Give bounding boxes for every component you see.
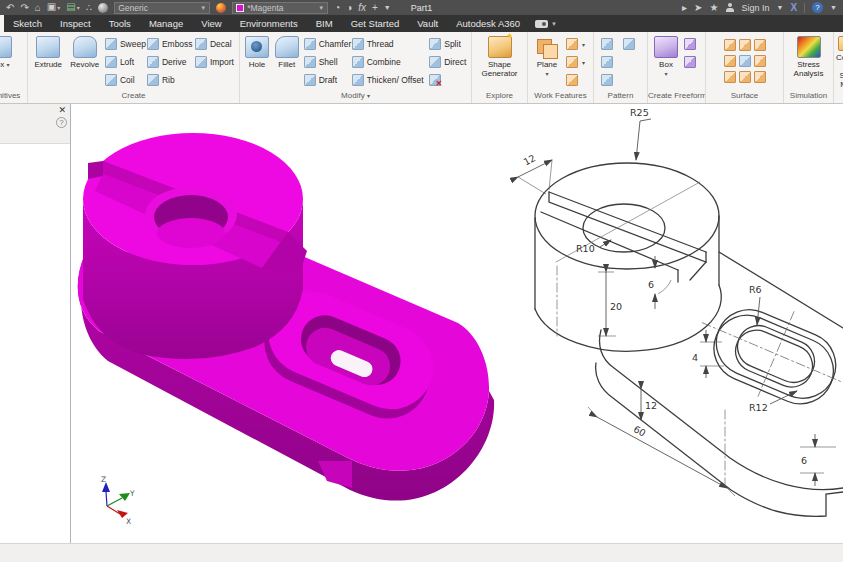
group-label-pattern[interactable]: Pattern (594, 90, 647, 103)
tab-bim[interactable]: BIM (307, 15, 342, 32)
chevron-right-icon[interactable]: ▸ (682, 3, 687, 13)
sign-in-button[interactable]: Sign In (741, 3, 769, 13)
group-label-simulation[interactable]: Simulation (784, 90, 833, 103)
help-icon[interactable]: ? (812, 2, 823, 13)
thicken-offset-button[interactable]: Thicken/ Offset (350, 71, 428, 89)
stitch-icon[interactable] (724, 39, 736, 51)
delete-surface-icon[interactable] (739, 71, 751, 83)
screencast-button[interactable]: ▼ (535, 20, 557, 28)
material-dropdown[interactable]: Generic ▼ (114, 2, 210, 14)
titlebar-right: ▸ ➤ ★ Sign In ▼ X ? ▼ (682, 0, 837, 15)
extrude-button[interactable]: Extrude (30, 34, 66, 89)
render-icon[interactable]: ▣▾ (47, 2, 60, 13)
split-button[interactable]: Split (427, 35, 469, 53)
rectangular-pattern-button[interactable] (599, 35, 621, 53)
group-label-modify[interactable]: Modify ▾ (240, 90, 471, 103)
tab-get-started[interactable]: Get Started (342, 15, 409, 32)
triad-y-label: Y (129, 489, 135, 498)
thread-button[interactable]: Thread (350, 35, 428, 53)
loft-button[interactable]: Loft (103, 53, 145, 71)
fillet-button[interactable]: Fillet (272, 34, 302, 89)
direct-icon (429, 56, 441, 68)
group-label-create[interactable]: Create (28, 90, 239, 103)
ucs-button[interactable] (564, 71, 590, 89)
parameters-fx-icon[interactable]: fx (358, 3, 366, 13)
circular-pattern-button[interactable] (599, 53, 621, 71)
viewport[interactable]: R25 12 R10 20 6 R6 4 12 R12 60 6 (0, 104, 843, 543)
magenta-part-model[interactable] (78, 133, 494, 501)
coil-button[interactable]: Coil (103, 71, 145, 89)
shape-generator-button[interactable]: Shape Generator (474, 34, 525, 89)
tab-autodesk-a360[interactable]: Autodesk A360 (447, 15, 529, 32)
signin-caret-icon[interactable]: ▼ (776, 3, 783, 13)
emboss-button[interactable]: Emboss (145, 35, 193, 53)
axis-button[interactable]: ▾ (564, 35, 590, 53)
patch-icon[interactable] (739, 39, 751, 51)
panel-close-icon[interactable]: ✕ (58, 105, 66, 115)
help-caret-icon[interactable]: ▼ (830, 3, 837, 13)
appearance-value: *Magenta (247, 3, 314, 13)
home-icon[interactable]: ⌂ (35, 3, 41, 13)
favorites-star-icon[interactable]: ★ (709, 3, 718, 13)
ribbon-group-create: Extrude Revolve Sweep Loft Coil Emboss D… (28, 32, 240, 103)
tab-inspect[interactable]: Inspect (51, 15, 100, 32)
circular-pattern-icon (601, 56, 613, 68)
group-label-explore[interactable]: Explore (472, 90, 527, 103)
tab-environments[interactable]: Environments (231, 15, 307, 32)
send-icon[interactable]: ➤ (694, 3, 702, 13)
group-label-create-freeform[interactable]: Create Freeform (648, 90, 705, 103)
decal-button[interactable]: Decal (193, 35, 237, 53)
delete-face-button[interactable] (427, 71, 469, 89)
model-canvas[interactable]: R25 12 R10 20 6 R6 4 12 R12 60 6 (0, 104, 843, 543)
stress-analysis-button[interactable]: Stress Analysis (786, 34, 831, 89)
trim-icon[interactable] (739, 55, 751, 67)
appearance-dropdown[interactable]: *Magenta ▼ (232, 2, 328, 14)
derive-button[interactable]: Derive (145, 53, 193, 71)
draft-button[interactable]: Draft (302, 71, 350, 89)
material-ball-icon[interactable] (98, 3, 108, 13)
sweep-button[interactable]: Sweep (103, 35, 145, 53)
visual-style-icon[interactable]: ◑ (346, 3, 352, 13)
box-primitive-button[interactable]: Box ▾ (0, 34, 19, 89)
combine-button[interactable]: Combine (350, 53, 428, 71)
sculpt-icon[interactable] (754, 39, 766, 51)
qat-caret-icon[interactable]: ▼ (384, 3, 391, 13)
panel-help-icon[interactable]: ? (56, 117, 67, 128)
revolve-button[interactable]: Revolve (66, 34, 102, 89)
direct-button[interactable]: Direct (427, 53, 469, 71)
tab-vault[interactable]: Vault (408, 15, 447, 32)
freeform-convert-button[interactable] (682, 53, 702, 71)
hole-button[interactable]: Hole (242, 34, 272, 89)
tab-view[interactable]: View (192, 15, 230, 32)
shell-button[interactable]: Shell (302, 53, 350, 71)
material-caret-icon: ▼ (200, 5, 206, 11)
exchange-apps-icon[interactable]: X (790, 2, 797, 13)
extend-icon[interactable] (754, 55, 766, 67)
group-label-work-features[interactable]: Work Features (528, 90, 593, 103)
freeform-box-button[interactable]: Box▾ (650, 34, 682, 89)
chamfer-button[interactable]: Chamfer (302, 35, 350, 53)
mirror-button[interactable] (621, 35, 643, 53)
adjust-icon[interactable]: ◔ (334, 3, 340, 13)
ruled-surface-icon[interactable] (754, 71, 766, 83)
redo-icon[interactable]: ↷ (20, 3, 28, 13)
plus-icon[interactable]: + (372, 3, 378, 13)
dots-icon[interactable]: ∴ (86, 3, 92, 13)
appearance-ball-icon[interactable] (216, 3, 226, 13)
import-button[interactable]: Import (193, 53, 237, 71)
boundary-patch-icon[interactable] (724, 55, 736, 67)
replace-face-icon[interactable] (724, 71, 736, 83)
sketch-pattern-button[interactable] (599, 71, 621, 89)
chamfer-icon (304, 38, 316, 50)
measure-icon[interactable]: ▤▾ (66, 2, 79, 13)
tab-tools[interactable]: Tools (100, 15, 140, 32)
tab-sketch[interactable]: Sketch (4, 15, 51, 32)
rib-button[interactable]: Rib (145, 71, 193, 89)
plane-button[interactable]: Plane▾ (530, 34, 564, 89)
tab-manage[interactable]: Manage (140, 15, 192, 32)
convert-sheet-metal-button[interactable]: Convert to Sheet Metal (836, 34, 843, 89)
point-button[interactable]: ▾ (564, 53, 590, 71)
undo-icon[interactable]: ↶ (6, 3, 14, 13)
group-label-surface[interactable]: Surface (706, 90, 783, 103)
freeform-edit-button[interactable] (682, 35, 702, 53)
